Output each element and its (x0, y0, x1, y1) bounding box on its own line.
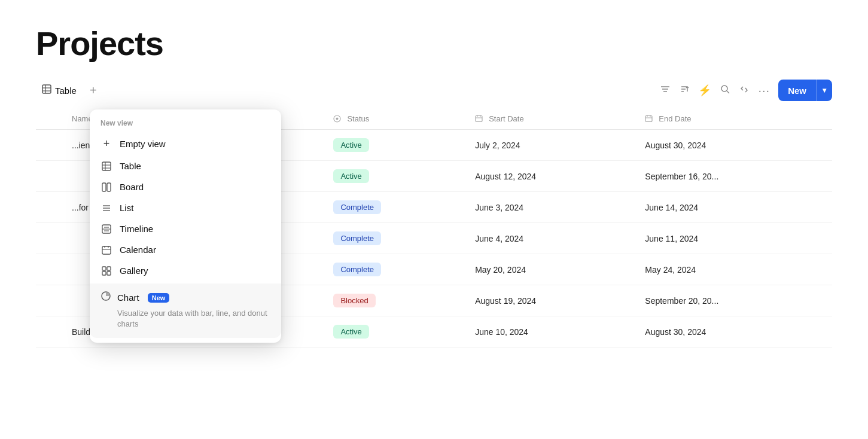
svg-line-12 (727, 91, 729, 93)
cell-status: Active (324, 161, 465, 192)
cell-start-date: July 2, 2024 (465, 130, 635, 161)
calendar-label: Calendar (120, 245, 156, 255)
dropdown-item-gallery[interactable]: Gallery (90, 260, 281, 281)
empty-view-label: Empty view (120, 139, 166, 149)
cell-end-date: June 11, 2024 (635, 223, 832, 254)
chart-label: Chart (117, 292, 139, 303)
cell-status: Active (324, 130, 465, 161)
new-view-dropdown: New view + Empty view Table (90, 109, 281, 343)
board-icon (100, 182, 112, 192)
new-button[interactable]: New ▾ (778, 80, 832, 101)
cell-end-date: August 30, 2024 (635, 316, 832, 347)
cell-status: Blocked (324, 285, 465, 316)
col-header-end-date: End Date (635, 108, 832, 130)
bolt-icon[interactable]: ⚡ (698, 84, 711, 97)
svg-point-36 (336, 118, 339, 120)
cell-status: Complete (324, 192, 465, 223)
svg-rect-37 (476, 116, 482, 122)
gallery-label: Gallery (120, 266, 148, 276)
svg-rect-18 (107, 183, 111, 191)
table-tab-icon (42, 84, 51, 96)
cell-end-date: September 20, 20... (635, 285, 832, 316)
svg-rect-33 (107, 272, 111, 275)
link-icon[interactable] (739, 84, 750, 97)
plus-icon: + (90, 84, 97, 97)
col-header-start-date: Start Date (465, 108, 635, 130)
cell-end-date: September 16, 20... (635, 161, 832, 192)
dropdown-item-calendar[interactable]: Calendar (90, 239, 281, 260)
status-badge: Active (333, 169, 368, 183)
status-badge: Active (333, 138, 368, 152)
sort-icon[interactable] (679, 84, 690, 97)
timeline-icon (100, 224, 112, 234)
dropdown-item-list[interactable]: List (90, 197, 281, 218)
cell-end-date: August 30, 2024 (635, 130, 832, 161)
status-badge: Active (333, 325, 368, 339)
cell-status: Complete (324, 254, 465, 285)
cell-status: Complete (324, 223, 465, 254)
dropdown-item-empty-view[interactable]: + Empty view (90, 132, 281, 156)
dropdown-item-table[interactable]: Table (90, 156, 281, 176)
status-badge: Complete (333, 231, 381, 245)
page-title: Projects (36, 24, 832, 63)
cell-start-date: August 19, 2024 (465, 285, 635, 316)
dropdown-header: New view (90, 117, 281, 132)
cell-start-date: June 10, 2024 (465, 316, 635, 347)
status-badge: Complete (333, 200, 381, 214)
plus-icon: + (100, 138, 112, 150)
table-icon (100, 161, 112, 171)
svg-rect-41 (645, 116, 652, 122)
svg-rect-30 (102, 267, 106, 270)
table-tab-label: Table (55, 86, 77, 96)
table-tab[interactable]: Table (36, 81, 83, 100)
status-badge: Complete (333, 263, 381, 276)
dropdown-item-chart[interactable]: Chart New Visualize your data with bar, … (90, 283, 281, 338)
chart-description: Visualize your data with bar, line, and … (117, 308, 270, 330)
timeline-label: Timeline (120, 224, 153, 234)
col-header-status: Status (324, 108, 465, 130)
new-button-label: New (778, 81, 816, 100)
svg-point-11 (721, 86, 727, 92)
cell-start-date: June 4, 2024 (465, 223, 635, 254)
toolbar-right: ⚡ ··· New ▾ (660, 80, 832, 101)
svg-rect-31 (107, 267, 111, 270)
board-label: Board (120, 182, 144, 192)
cell-end-date: May 24, 2024 (635, 254, 832, 285)
gallery-icon (100, 266, 112, 276)
toolbar: Table + ⚡ (36, 80, 832, 108)
cell-start-date: June 3, 2024 (465, 192, 635, 223)
cell-start-date: May 20, 2024 (465, 254, 635, 285)
dropdown-item-timeline[interactable]: Timeline (90, 218, 281, 239)
add-view-button[interactable]: + (85, 82, 102, 99)
svg-rect-26 (102, 246, 111, 254)
cell-start-date: August 12, 2024 (465, 161, 635, 192)
cell-end-date: June 14, 2024 (635, 192, 832, 223)
cell-status: Active (324, 316, 465, 347)
svg-rect-13 (102, 162, 111, 170)
svg-rect-0 (42, 85, 51, 93)
dropdown-item-board[interactable]: Board (90, 176, 281, 197)
chart-new-badge: New (148, 293, 170, 303)
status-badge: Blocked (333, 294, 375, 307)
svg-rect-17 (102, 183, 106, 191)
chart-icon (100, 291, 111, 304)
list-icon (100, 203, 112, 213)
calendar-icon (100, 245, 112, 255)
more-icon[interactable]: ··· (758, 84, 770, 97)
search-icon[interactable] (720, 84, 730, 97)
new-button-arrow: ▾ (817, 81, 832, 99)
svg-rect-32 (102, 272, 106, 275)
filter-icon[interactable] (660, 84, 671, 97)
table-label: Table (120, 161, 141, 171)
list-label: List (120, 203, 133, 213)
